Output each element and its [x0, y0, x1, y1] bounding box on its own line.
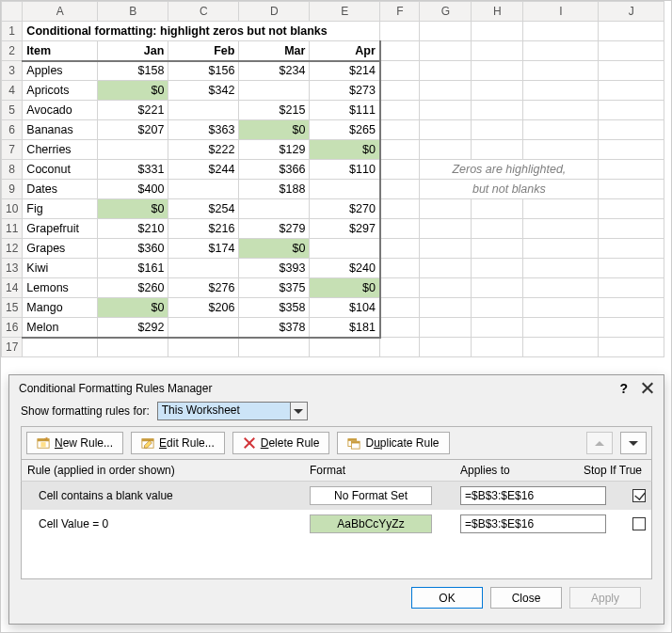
cell-value[interactable]: $206: [168, 298, 239, 318]
cell[interactable]: [420, 41, 472, 61]
cell[interactable]: [420, 140, 472, 160]
cell-value[interactable]: $366: [239, 160, 310, 180]
cell-value[interactable]: $400: [98, 180, 168, 199]
cell[interactable]: [599, 160, 664, 180]
cell[interactable]: [599, 101, 664, 120]
rule-row[interactable]: Cell contains a blank valueNo Format Set: [22, 482, 651, 510]
cell-value[interactable]: $331: [98, 160, 168, 180]
cell-value[interactable]: [310, 180, 380, 199]
cell-value[interactable]: [168, 318, 239, 338]
cell[interactable]: [380, 199, 420, 219]
cell[interactable]: [599, 120, 664, 140]
cell-value[interactable]: [168, 180, 239, 199]
cell[interactable]: [472, 298, 523, 318]
cell[interactable]: [472, 120, 523, 140]
cell-value[interactable]: $254: [168, 199, 239, 219]
cell[interactable]: [420, 219, 472, 239]
help-icon[interactable]: ?: [619, 381, 628, 396]
cell[interactable]: [239, 338, 310, 357]
cell[interactable]: [599, 219, 664, 239]
hdr-month[interactable]: Feb: [168, 41, 239, 61]
cell-item[interactable]: Grapefruit: [23, 219, 98, 239]
row-header-11[interactable]: 11: [2, 219, 23, 239]
cell[interactable]: [523, 120, 599, 140]
cell-value[interactable]: $342: [168, 81, 239, 101]
cell[interactable]: [523, 259, 599, 278]
cell-item[interactable]: Coconut: [23, 160, 98, 180]
cell[interactable]: [420, 259, 472, 278]
cell-value[interactable]: $270: [310, 199, 380, 219]
cell[interactable]: [599, 318, 664, 338]
cell-value[interactable]: $207: [98, 120, 168, 140]
cell[interactable]: [380, 140, 420, 160]
cell[interactable]: [420, 338, 472, 357]
edit-rule-button[interactable]: Edit Rule...: [131, 432, 225, 454]
cell[interactable]: [420, 120, 472, 140]
cell-value[interactable]: $174: [168, 239, 239, 259]
rule-applies-input[interactable]: [460, 514, 606, 533]
cell-value[interactable]: [239, 81, 310, 101]
cell[interactable]: [523, 101, 599, 120]
cell[interactable]: [23, 338, 98, 357]
cell-item[interactable]: Kiwi: [23, 259, 98, 278]
cell-value[interactable]: [168, 259, 239, 278]
cell[interactable]: [599, 61, 664, 81]
cell-value[interactable]: $0: [239, 239, 310, 259]
row-header-17[interactable]: 17: [2, 338, 23, 357]
cell-value[interactable]: $104: [310, 298, 380, 318]
cell-value[interactable]: $156: [168, 61, 239, 81]
cell[interactable]: [472, 101, 523, 120]
cell-value[interactable]: $360: [98, 239, 168, 259]
row-header-15[interactable]: 15: [2, 298, 23, 318]
cell-value[interactable]: [98, 140, 168, 160]
close-icon[interactable]: [641, 382, 654, 395]
col-header-F[interactable]: F: [380, 2, 420, 22]
cell[interactable]: [380, 318, 420, 338]
cell[interactable]: [420, 22, 472, 41]
cell[interactable]: [98, 338, 168, 357]
cell-value[interactable]: $276: [168, 278, 239, 298]
cell-value[interactable]: $110: [310, 160, 380, 180]
cell[interactable]: [472, 239, 523, 259]
row-header-6[interactable]: 6: [2, 120, 23, 140]
hdr-month[interactable]: Apr: [310, 41, 380, 61]
cell[interactable]: [420, 239, 472, 259]
cell[interactable]: [380, 219, 420, 239]
hdr-item[interactable]: Item: [23, 41, 98, 61]
cell-value[interactable]: $393: [239, 259, 310, 278]
cell-value[interactable]: $0: [98, 298, 168, 318]
cell[interactable]: [380, 120, 420, 140]
cell-item[interactable]: Mango: [23, 298, 98, 318]
cell-value[interactable]: $273: [310, 81, 380, 101]
cell-value[interactable]: [168, 101, 239, 120]
cell[interactable]: [523, 318, 599, 338]
row-header-13[interactable]: 13: [2, 259, 23, 278]
rule-applies-input[interactable]: [460, 486, 606, 505]
cell-item[interactable]: Dates: [23, 180, 98, 199]
cell[interactable]: [523, 278, 599, 298]
cell[interactable]: [472, 22, 523, 41]
cell[interactable]: [599, 81, 664, 101]
stop-if-true-checkbox[interactable]: [632, 489, 646, 502]
cell-value[interactable]: $161: [98, 259, 168, 278]
row-header-1[interactable]: 1: [2, 22, 23, 41]
row-header-3[interactable]: 3: [2, 61, 23, 81]
cell-value[interactable]: $210: [98, 219, 168, 239]
cell[interactable]: [380, 298, 420, 318]
cell[interactable]: [599, 199, 664, 219]
cell-value[interactable]: $292: [98, 318, 168, 338]
cell-item[interactable]: Apricots: [23, 81, 98, 101]
cell-value[interactable]: $375: [239, 278, 310, 298]
cell[interactable]: [380, 160, 420, 180]
cell[interactable]: [599, 41, 664, 61]
cell[interactable]: [599, 180, 664, 199]
cell-item[interactable]: Fig: [23, 199, 98, 219]
cell[interactable]: [523, 22, 599, 41]
cell-value[interactable]: $188: [239, 180, 310, 199]
new-rule-button[interactable]: New Rule...: [26, 432, 123, 454]
cell-item[interactable]: Bananas: [23, 120, 98, 140]
close-button[interactable]: Close: [490, 587, 562, 609]
cell[interactable]: [599, 298, 664, 318]
cell-value[interactable]: $0: [310, 140, 380, 160]
cell-value[interactable]: [239, 199, 310, 219]
